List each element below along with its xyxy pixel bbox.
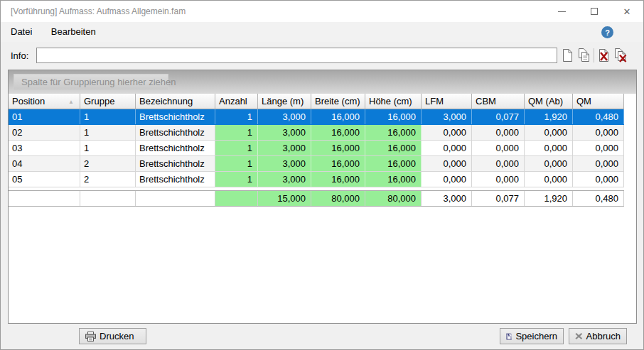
close-icon: ✕ [623, 6, 631, 17]
table-cell[interactable]: 0,000 [525, 125, 573, 140]
table-cell[interactable]: 0,000 [472, 172, 525, 187]
table-cell[interactable]: 1 [215, 172, 258, 187]
table-cell[interactable]: 16,000 [365, 125, 422, 140]
column-header-gruppe[interactable]: Gruppe [80, 94, 136, 109]
table-cell[interactable]: 16,000 [311, 172, 365, 187]
table-cell[interactable]: Brettschichtholz [136, 141, 215, 155]
column-header-qm-ab[interactable]: QM (Ab) [525, 94, 573, 109]
table-cell[interactable]: 16,000 [365, 156, 422, 171]
column-header-anzahl[interactable]: Anzahl [215, 94, 258, 109]
grid-panel: Spalte für Gruppierung hierher ziehen Po… [8, 70, 637, 324]
table-cell[interactable]: 2 [80, 172, 136, 187]
table-cell[interactable]: 3,000 [258, 172, 311, 187]
maximize-button[interactable] [578, 1, 611, 22]
table-row[interactable]: 021Brettschichtholz13,00016,00016,0000,0… [9, 125, 624, 141]
column-header-höhe-cm[interactable]: Höhe (cm) [365, 94, 422, 109]
table-cell[interactable]: 0,000 [472, 125, 525, 140]
table-cell[interactable]: 16,000 [311, 141, 365, 155]
table-cell[interactable]: 1 [215, 156, 258, 171]
table-cell[interactable]: 1 [215, 141, 258, 155]
table-cell[interactable]: 0,000 [573, 141, 624, 155]
cancel-button[interactable]: Abbruch [569, 328, 627, 344]
table-cell[interactable]: 3,000 [258, 125, 311, 140]
table-cell[interactable]: 3,000 [258, 141, 311, 155]
table-cell[interactable]: 05 [9, 172, 80, 187]
totals-cell: 80,000 [365, 191, 422, 206]
table-row[interactable]: 031Brettschichtholz13,00016,00016,0000,0… [9, 141, 624, 156]
cancel-button-label: Abbruch [586, 331, 621, 341]
menu-item-datei[interactable]: Datei [11, 22, 32, 42]
table-cell[interactable]: 16,000 [365, 109, 422, 124]
table-cell[interactable]: 3,000 [258, 156, 311, 171]
table-cell[interactable]: 0,000 [472, 156, 525, 171]
grouping-bar: Spalte für Gruppierung hierher ziehen [9, 70, 636, 94]
column-header-bezeichnung[interactable]: Bezeichnung [136, 94, 215, 109]
table-cell[interactable]: 0,000 [573, 172, 624, 187]
totals-cell: 1,920 [525, 191, 573, 206]
table-cell[interactable]: 0,000 [525, 172, 573, 187]
table-cell[interactable]: 0,000 [422, 141, 472, 155]
close-button[interactable]: ✕ [611, 1, 643, 22]
table-cell[interactable]: 0,000 [525, 141, 573, 155]
table-cell[interactable]: 16,000 [365, 141, 422, 155]
column-header-lfm[interactable]: LFM [422, 94, 472, 109]
table-cell[interactable]: 0,480 [573, 109, 624, 124]
table-cell[interactable]: 01 [9, 109, 80, 124]
table-cell[interactable]: 3,000 [422, 109, 472, 124]
table-cell[interactable]: 0,000 [472, 141, 525, 155]
table-cell[interactable]: 0,000 [422, 125, 472, 140]
delete-copies-button[interactable] [612, 48, 628, 63]
minimize-button[interactable] [545, 1, 578, 22]
table-cell[interactable]: 0,000 [422, 156, 472, 171]
table-cell[interactable]: Brettschichtholz [136, 125, 215, 140]
table-cell[interactable]: 16,000 [311, 156, 365, 171]
table-cell[interactable]: Brettschichtholz [136, 172, 215, 187]
column-header-breite-cm[interactable]: Breite (cm) [311, 94, 365, 109]
save-button[interactable]: Speichern [500, 328, 564, 344]
table-cell[interactable]: 1,920 [525, 109, 573, 124]
menu-item-bearbeiten[interactable]: Bearbeiten [51, 22, 96, 42]
save-icon [506, 332, 512, 341]
table-cell[interactable]: 0,000 [525, 156, 573, 171]
table-cell[interactable]: 1 [215, 125, 258, 140]
print-button[interactable]: Drucken [79, 328, 146, 344]
table-cell[interactable]: 1 [215, 109, 258, 124]
grouping-drop-zone[interactable]: Spalte für Gruppierung hierher ziehen [14, 74, 168, 90]
table-cell[interactable]: 16,000 [311, 125, 365, 140]
table-cell[interactable]: 0,000 [573, 125, 624, 140]
table-cell[interactable]: Brettschichtholz [136, 156, 215, 171]
table-cell[interactable]: 0,000 [573, 156, 624, 171]
table-cell[interactable]: 1 [80, 109, 136, 124]
table-cell[interactable]: 16,000 [311, 109, 365, 124]
window-title: [Vorführung] Aufmass: Aufmass Allgemein.… [11, 1, 186, 22]
column-header-cbm[interactable]: CBM [472, 94, 525, 109]
table-cell[interactable]: 2 [80, 156, 136, 171]
table-row[interactable]: 052Brettschichtholz13,00016,00016,0000,0… [9, 172, 624, 187]
delete-document-button[interactable] [596, 48, 612, 63]
table-cell[interactable]: Brettschichtholz [136, 109, 215, 124]
table-cell[interactable]: 1 [80, 141, 136, 155]
column-header-qm[interactable]: QM [573, 94, 624, 109]
grid-header-row: Position▲GruppeBezeichnungAnzahlLänge (m… [9, 94, 624, 109]
table-row[interactable]: 042Brettschichtholz13,00016,00016,0000,0… [9, 156, 624, 172]
save-button-label: Speichern [515, 331, 557, 341]
cancel-x-icon [575, 332, 583, 341]
table-cell[interactable]: 03 [9, 141, 80, 155]
table-cell[interactable]: 3,000 [258, 109, 311, 124]
info-toolbar [559, 48, 628, 63]
info-input[interactable] [36, 48, 557, 63]
totals-cell: 3,000 [422, 191, 472, 206]
copy-document-button[interactable] [576, 48, 592, 63]
table-cell[interactable]: 0,077 [472, 109, 525, 124]
help-icon[interactable]: ? [601, 26, 613, 38]
table-cell[interactable]: 0,000 [422, 172, 472, 187]
table-cell[interactable]: 02 [9, 125, 80, 140]
table-row[interactable]: 011Brettschichtholz13,00016,00016,0003,0… [9, 109, 624, 125]
new-document-button[interactable] [559, 48, 576, 63]
table-cell[interactable]: 1 [80, 125, 136, 140]
table-cell[interactable]: 04 [9, 156, 80, 171]
column-header-länge-m[interactable]: Länge (m) [258, 94, 311, 109]
column-header-position[interactable]: Position▲ [9, 94, 80, 109]
table-cell[interactable]: 16,000 [365, 172, 422, 187]
totals-cell [136, 191, 215, 206]
